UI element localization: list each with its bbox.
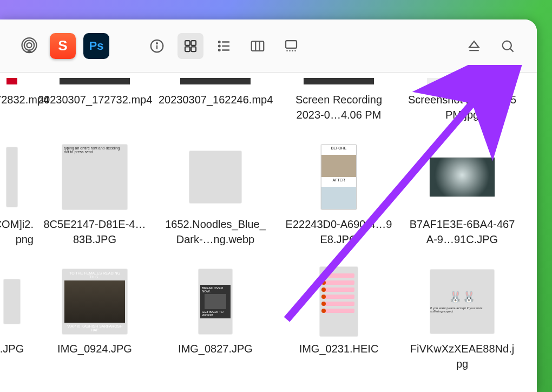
list-view-button[interactable]	[211, 33, 237, 59]
svg-rect-8	[185, 47, 190, 51]
file-thumbnail	[180, 78, 251, 84]
svg-point-21	[289, 50, 291, 51]
gallery-view-button[interactable]	[278, 33, 304, 59]
svg-rect-6	[185, 41, 190, 45]
file-thumbnail	[427, 142, 497, 212]
svg-line-26	[510, 49, 514, 52]
column-view-button[interactable]	[245, 33, 271, 59]
airplay-icon[interactable]	[16, 33, 42, 59]
file-name-label: E22243D0-A690-4…9E8.JPG	[285, 217, 393, 247]
file-thumbnail	[427, 78, 497, 84]
file-item[interactable]: 1652.Noodles_Blue_Dark-…ng.webp	[156, 142, 275, 247]
svg-point-1	[24, 40, 34, 50]
search-icon[interactable]	[495, 33, 521, 59]
file-thumbnail: 🐰🐰if you want peace accept if you want s…	[427, 266, 497, 337]
file-item[interactable]: .JPG	[0, 266, 34, 371]
file-thumbnail	[1, 266, 23, 337]
app-icon-s[interactable]: S	[50, 33, 76, 59]
svg-rect-7	[191, 41, 196, 45]
svg-point-0	[27, 43, 31, 48]
file-name-label: Screenshot 2023-0…5 PM.jpg	[405, 92, 519, 122]
file-thumbnail	[60, 142, 130, 212]
file-name-label: 172832.mp4	[0, 92, 35, 107]
file-grid-area[interactable]: 172832.mp4 20230307_172732.mp4 20230307_…	[0, 73, 537, 392]
view-controls	[144, 33, 304, 59]
file-item[interactable]: 172832.mp4	[0, 78, 34, 122]
file-name-label: 8C5E2147-D81E-4…83B.JPG	[41, 217, 149, 247]
file-thumbnail	[304, 78, 374, 84]
file-name-label: COM]i2.png	[0, 217, 34, 247]
file-item[interactable]: 20230307_162246.mp4	[156, 78, 275, 122]
file-thumbnail	[304, 266, 374, 337]
file-name-label: IMG_0924.JPG	[57, 341, 132, 356]
file-name-label: 1652.Noodles_Blue_Dark-…ng.webp	[161, 217, 270, 247]
icon-view-button[interactable]	[178, 33, 203, 59]
svg-rect-16	[252, 41, 264, 51]
info-icon[interactable]	[144, 33, 170, 59]
toolbar: S Ps	[0, 19, 537, 73]
file-name-label: FiVKwXzXEAE88Nd.jpg	[408, 341, 516, 371]
file-thumbnail: BEFOREAFTER	[304, 142, 374, 212]
file-thumbnail	[1, 142, 23, 212]
file-item[interactable]: Screen Recording 2023-0…4.06 PM	[279, 78, 398, 122]
svg-point-12	[219, 45, 220, 47]
file-item[interactable]: 8C5E2147-D81E-4…83B.JPG	[38, 142, 152, 247]
svg-point-22	[292, 50, 293, 51]
svg-point-20	[286, 50, 288, 51]
svg-point-23	[294, 50, 296, 51]
file-thumbnail: TO THE FEMALES READING THIS.."AAP KI KAS…	[60, 266, 130, 337]
file-name-label: .JPG	[0, 341, 24, 356]
eject-icon[interactable]	[461, 33, 487, 59]
svg-point-25	[503, 41, 511, 49]
svg-point-14	[219, 49, 220, 51]
file-item[interactable]: B7AF1E3E-6BA4-467A-9…91C.JPG	[403, 142, 522, 247]
finder-window: S Ps	[0, 19, 537, 392]
file-item[interactable]: 🐰🐰if you want peace accept if you want s…	[403, 266, 522, 371]
file-name-label: B7AF1E3E-6BA4-467A-9…91C.JPG	[408, 217, 516, 247]
file-name-label: IMG_0827.JPG	[178, 341, 253, 356]
file-thumbnail	[180, 142, 251, 212]
file-item[interactable]: BREAK OVER NOW.GET BACK TO WORK! IMG_082…	[156, 266, 275, 371]
file-item[interactable]: BEFOREAFTER E22243D0-A690-4…9E8.JPG	[279, 142, 398, 247]
file-item[interactable]: TO THE FEMALES READING THIS.."AAP KI KAS…	[38, 266, 152, 371]
file-item[interactable]: IMG_0231.HEIC	[279, 266, 398, 371]
svg-point-10	[219, 41, 220, 43]
svg-rect-19	[286, 41, 297, 48]
file-name-label: 20230307_172732.mp4	[38, 92, 152, 107]
file-thumbnail	[60, 78, 130, 84]
file-item[interactable]: 20230307_172732.mp4	[38, 78, 152, 122]
file-item[interactable]: Screenshot 2023-0…5 PM.jpg	[403, 78, 522, 122]
file-name-label: IMG_0231.HEIC	[299, 341, 379, 356]
svg-point-4	[156, 43, 157, 44]
svg-rect-9	[191, 47, 196, 51]
file-name-label: Screen Recording 2023-0…4.06 PM	[282, 92, 396, 122]
app-icon-photoshop[interactable]: Ps	[83, 33, 109, 59]
file-thumbnail: BREAK OVER NOW.GET BACK TO WORK!	[180, 266, 251, 337]
file-item[interactable]: COM]i2.png	[0, 142, 34, 247]
file-name-label: 20230307_162246.mp4	[159, 92, 272, 107]
file-thumbnail	[6, 78, 17, 84]
